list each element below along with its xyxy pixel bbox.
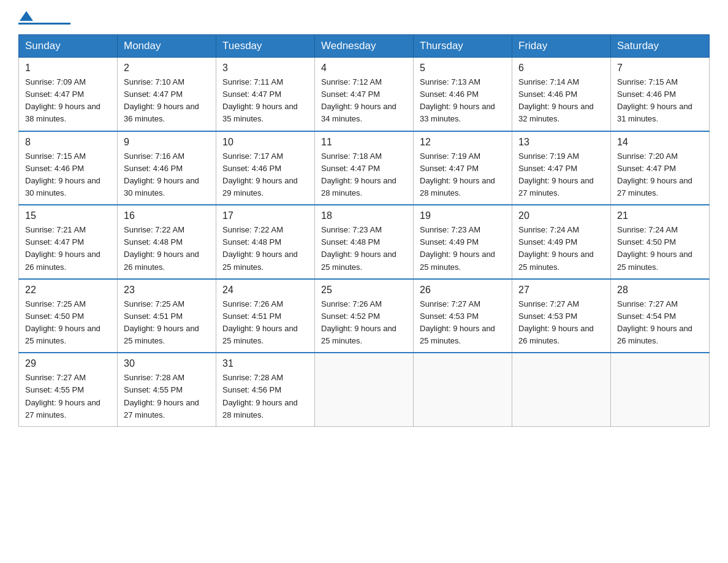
day-info: Sunrise: 7:15 AM Sunset: 4:46 PM Dayligh… — [25, 150, 111, 200]
column-header-sunday: Sunday — [19, 35, 118, 58]
calendar-week-row: 29 Sunrise: 7:27 AM Sunset: 4:55 PM Dayl… — [19, 353, 710, 426]
day-number: 26 — [420, 285, 506, 296]
day-number: 11 — [321, 137, 407, 148]
calendar-cell — [315, 353, 414, 426]
day-number: 28 — [617, 285, 703, 296]
day-info: Sunrise: 7:10 AM Sunset: 4:47 PM Dayligh… — [124, 76, 210, 126]
day-info: Sunrise: 7:21 AM Sunset: 4:47 PM Dayligh… — [25, 224, 111, 274]
day-info: Sunrise: 7:22 AM Sunset: 4:48 PM Dayligh… — [222, 224, 308, 274]
day-info: Sunrise: 7:25 AM Sunset: 4:50 PM Dayligh… — [25, 298, 111, 348]
calendar-cell: 26 Sunrise: 7:27 AM Sunset: 4:53 PM Dayl… — [414, 279, 512, 353]
calendar-cell — [512, 353, 611, 426]
day-number: 21 — [617, 210, 703, 221]
page-header — [18, 12, 710, 25]
calendar-header-row: SundayMondayTuesdayWednesdayThursdayFrid… — [19, 35, 710, 58]
day-info: Sunrise: 7:27 AM Sunset: 4:55 PM Dayligh… — [25, 372, 111, 421]
calendar-cell: 10 Sunrise: 7:17 AM Sunset: 4:46 PM Dayl… — [216, 131, 315, 205]
calendar-cell: 5 Sunrise: 7:13 AM Sunset: 4:46 PM Dayli… — [414, 58, 512, 131]
day-number: 17 — [222, 210, 308, 221]
calendar-cell: 2 Sunrise: 7:10 AM Sunset: 4:47 PM Dayli… — [118, 58, 216, 131]
column-header-saturday: Saturday — [611, 35, 710, 58]
calendar-table: SundayMondayTuesdayWednesdayThursdayFrid… — [18, 34, 710, 427]
day-number: 13 — [518, 137, 604, 148]
day-number: 29 — [25, 358, 111, 369]
logo-triangle-icon — [20, 11, 33, 21]
day-number: 16 — [124, 210, 210, 221]
calendar-cell: 6 Sunrise: 7:14 AM Sunset: 4:46 PM Dayli… — [512, 58, 611, 131]
day-number: 2 — [124, 63, 210, 74]
day-info: Sunrise: 7:11 AM Sunset: 4:47 PM Dayligh… — [222, 76, 308, 126]
calendar-week-row: 1 Sunrise: 7:09 AM Sunset: 4:47 PM Dayli… — [19, 58, 710, 131]
calendar-cell: 28 Sunrise: 7:27 AM Sunset: 4:54 PM Dayl… — [611, 279, 710, 353]
day-info: Sunrise: 7:09 AM Sunset: 4:47 PM Dayligh… — [25, 76, 111, 126]
day-number: 14 — [617, 137, 703, 148]
column-header-wednesday: Wednesday — [315, 35, 414, 58]
day-info: Sunrise: 7:26 AM Sunset: 4:52 PM Dayligh… — [321, 298, 407, 348]
day-info: Sunrise: 7:15 AM Sunset: 4:46 PM Dayligh… — [617, 76, 703, 126]
day-number: 20 — [518, 210, 604, 221]
day-info: Sunrise: 7:23 AM Sunset: 4:48 PM Dayligh… — [321, 224, 407, 274]
day-number: 15 — [25, 210, 111, 221]
calendar-cell: 9 Sunrise: 7:16 AM Sunset: 4:46 PM Dayli… — [118, 131, 216, 205]
logo — [18, 12, 70, 25]
day-info: Sunrise: 7:24 AM Sunset: 4:50 PM Dayligh… — [617, 224, 703, 274]
day-number: 7 — [617, 63, 703, 74]
day-number: 23 — [124, 285, 210, 296]
day-number: 4 — [321, 63, 407, 74]
day-info: Sunrise: 7:20 AM Sunset: 4:47 PM Dayligh… — [617, 150, 703, 200]
calendar-cell: 16 Sunrise: 7:22 AM Sunset: 4:48 PM Dayl… — [118, 205, 216, 279]
column-header-thursday: Thursday — [414, 35, 512, 58]
calendar-cell — [611, 353, 710, 426]
day-number: 10 — [222, 137, 308, 148]
day-info: Sunrise: 7:27 AM Sunset: 4:54 PM Dayligh… — [617, 298, 703, 348]
calendar-week-row: 15 Sunrise: 7:21 AM Sunset: 4:47 PM Dayl… — [19, 205, 710, 279]
day-info: Sunrise: 7:12 AM Sunset: 4:47 PM Dayligh… — [321, 76, 407, 126]
logo-underline — [18, 23, 70, 25]
day-number: 5 — [420, 63, 506, 74]
calendar-cell: 12 Sunrise: 7:19 AM Sunset: 4:47 PM Dayl… — [414, 131, 512, 205]
day-number: 8 — [25, 137, 111, 148]
calendar-cell: 29 Sunrise: 7:27 AM Sunset: 4:55 PM Dayl… — [19, 353, 118, 426]
calendar-cell: 15 Sunrise: 7:21 AM Sunset: 4:47 PM Dayl… — [19, 205, 118, 279]
day-info: Sunrise: 7:18 AM Sunset: 4:47 PM Dayligh… — [321, 150, 407, 200]
column-header-tuesday: Tuesday — [216, 35, 315, 58]
day-info: Sunrise: 7:26 AM Sunset: 4:51 PM Dayligh… — [222, 298, 308, 348]
calendar-cell: 18 Sunrise: 7:23 AM Sunset: 4:48 PM Dayl… — [315, 205, 414, 279]
day-info: Sunrise: 7:16 AM Sunset: 4:46 PM Dayligh… — [124, 150, 210, 200]
calendar-cell: 22 Sunrise: 7:25 AM Sunset: 4:50 PM Dayl… — [19, 279, 118, 353]
day-info: Sunrise: 7:19 AM Sunset: 4:47 PM Dayligh… — [420, 150, 506, 200]
calendar-cell: 20 Sunrise: 7:24 AM Sunset: 4:49 PM Dayl… — [512, 205, 611, 279]
day-info: Sunrise: 7:22 AM Sunset: 4:48 PM Dayligh… — [124, 224, 210, 274]
day-info: Sunrise: 7:13 AM Sunset: 4:46 PM Dayligh… — [420, 76, 506, 126]
day-number: 12 — [420, 137, 506, 148]
day-number: 1 — [25, 63, 111, 74]
day-info: Sunrise: 7:17 AM Sunset: 4:46 PM Dayligh… — [222, 150, 308, 200]
calendar-week-row: 8 Sunrise: 7:15 AM Sunset: 4:46 PM Dayli… — [19, 131, 710, 205]
calendar-cell: 27 Sunrise: 7:27 AM Sunset: 4:53 PM Dayl… — [512, 279, 611, 353]
day-number: 27 — [518, 285, 604, 296]
day-info: Sunrise: 7:28 AM Sunset: 4:56 PM Dayligh… — [222, 372, 308, 421]
day-info: Sunrise: 7:24 AM Sunset: 4:49 PM Dayligh… — [518, 224, 604, 274]
calendar-cell: 30 Sunrise: 7:28 AM Sunset: 4:55 PM Dayl… — [118, 353, 216, 426]
calendar-cell: 13 Sunrise: 7:19 AM Sunset: 4:47 PM Dayl… — [512, 131, 611, 205]
day-number: 22 — [25, 285, 111, 296]
calendar-cell: 31 Sunrise: 7:28 AM Sunset: 4:56 PM Dayl… — [216, 353, 315, 426]
day-info: Sunrise: 7:14 AM Sunset: 4:46 PM Dayligh… — [518, 76, 604, 126]
calendar-cell: 14 Sunrise: 7:20 AM Sunset: 4:47 PM Dayl… — [611, 131, 710, 205]
day-number: 6 — [518, 63, 604, 74]
calendar-cell: 11 Sunrise: 7:18 AM Sunset: 4:47 PM Dayl… — [315, 131, 414, 205]
day-info: Sunrise: 7:28 AM Sunset: 4:55 PM Dayligh… — [124, 372, 210, 421]
day-number: 9 — [124, 137, 210, 148]
day-number: 19 — [420, 210, 506, 221]
calendar-cell: 24 Sunrise: 7:26 AM Sunset: 4:51 PM Dayl… — [216, 279, 315, 353]
calendar-cell: 3 Sunrise: 7:11 AM Sunset: 4:47 PM Dayli… — [216, 58, 315, 131]
svg-marker-0 — [20, 11, 33, 21]
calendar-cell: 8 Sunrise: 7:15 AM Sunset: 4:46 PM Dayli… — [19, 131, 118, 205]
calendar-cell: 17 Sunrise: 7:22 AM Sunset: 4:48 PM Dayl… — [216, 205, 315, 279]
day-number: 24 — [222, 285, 308, 296]
calendar-cell: 4 Sunrise: 7:12 AM Sunset: 4:47 PM Dayli… — [315, 58, 414, 131]
calendar-cell: 7 Sunrise: 7:15 AM Sunset: 4:46 PM Dayli… — [611, 58, 710, 131]
calendar-cell: 23 Sunrise: 7:25 AM Sunset: 4:51 PM Dayl… — [118, 279, 216, 353]
day-number: 31 — [222, 358, 308, 369]
calendar-cell: 1 Sunrise: 7:09 AM Sunset: 4:47 PM Dayli… — [19, 58, 118, 131]
